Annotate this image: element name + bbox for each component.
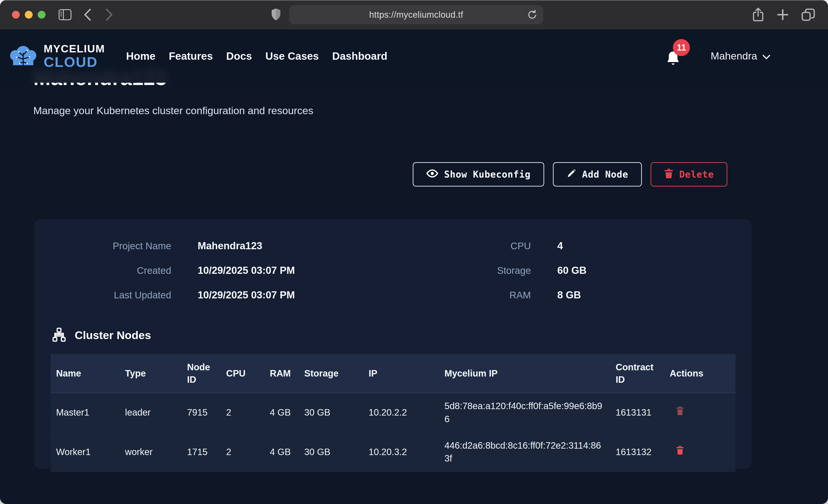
shield-icon[interactable] — [271, 8, 281, 22]
table-header-row: Name Type Node ID CPU RAM Storage IP Myc… — [50, 354, 735, 393]
info-value: Mahendra123 — [198, 240, 295, 252]
cluster-nodes-title: Cluster Nodes — [75, 329, 151, 342]
delete-label: Delete — [679, 169, 714, 180]
address-bar[interactable]: https://myceliumcloud.tf — [289, 5, 543, 24]
cell-mycelium-ip: 446:d2a6:8bcd:8c16:ff0f:72e2:3114:863f — [439, 432, 610, 472]
show-kubeconfig-button[interactable]: Show Kubeconfig — [413, 162, 544, 186]
add-node-label: Add Node — [582, 169, 628, 180]
cell-node-id: 1715 — [181, 432, 221, 472]
delete-node-button[interactable] — [676, 406, 684, 416]
delete-node-button[interactable] — [676, 446, 684, 456]
cell-type: leader — [120, 393, 181, 432]
cell-mycelium-ip: 5d8:78ea:a120:f40c:ff0f:a5fe:99e6:8b96 — [439, 393, 610, 432]
info-label: Project Name — [48, 241, 171, 252]
info-label: CPU — [439, 241, 531, 252]
info-label: Storage — [439, 265, 531, 276]
back-button-icon[interactable] — [84, 8, 91, 21]
info-value: 10/29/2025 03:07 PM — [198, 289, 295, 301]
nav-item-dashboard[interactable]: Dashboard — [332, 50, 387, 62]
share-icon[interactable] — [752, 7, 764, 22]
info-value: 4 — [557, 240, 586, 252]
nav-item-home[interactable]: Home — [126, 50, 156, 62]
sidebar-toggle-icon[interactable] — [58, 9, 72, 20]
cell-name: Worker1 — [50, 432, 120, 472]
browser-window: https://myceliumcloud.tf — [0, 0, 828, 504]
col-actions: Actions — [664, 354, 735, 393]
col-node-id: Node ID — [181, 354, 221, 393]
close-window-button[interactable] — [12, 11, 20, 18]
new-tab-icon[interactable] — [777, 8, 789, 21]
site-navbar: MYCELIUM CLOUD Home Features Docs Use Ca… — [0, 30, 828, 83]
browser-chrome: https://myceliumcloud.tf — [0, 0, 828, 30]
cluster-nodes-heading: Cluster Nodes — [52, 327, 751, 343]
info-value: 60 GB — [557, 265, 586, 276]
cell-ram: 4 GB — [264, 393, 299, 432]
info-value: 8 GB — [557, 289, 586, 301]
url-text: https://myceliumcloud.tf — [289, 10, 543, 20]
brand-text: MYCELIUM CLOUD — [44, 43, 105, 69]
sitemap-icon — [52, 327, 67, 343]
cell-contract-id: 1613131 — [610, 393, 664, 432]
cell-ip: 10.20.3.2 — [363, 432, 439, 472]
screenshot-stage: https://myceliumcloud.tf — [0, 0, 828, 504]
minimize-window-button[interactable] — [25, 11, 33, 18]
cell-contract-id: 1613132 — [610, 432, 664, 472]
info-label: Created — [48, 265, 171, 276]
user-name: Mahendra — [711, 50, 757, 62]
zoom-window-button[interactable] — [38, 11, 45, 18]
notifications-button[interactable]: 11 — [666, 45, 684, 67]
cell-storage: 30 GB — [299, 393, 363, 432]
pencil-icon — [567, 169, 576, 180]
eye-icon — [426, 169, 438, 180]
col-cpu: CPU — [221, 354, 264, 393]
traffic-lights — [12, 11, 45, 18]
user-menu[interactable]: Mahendra — [711, 50, 771, 62]
page-subtitle: Manage your Kubernetes cluster configura… — [33, 105, 313, 117]
col-contract-id: Contract ID — [610, 354, 664, 393]
nav-item-use-cases[interactable]: Use Cases — [265, 50, 319, 62]
show-kubeconfig-label: Show Kubeconfig — [444, 169, 531, 180]
cloud-logo-icon — [9, 44, 38, 68]
col-ram: RAM — [264, 354, 299, 393]
project-info-right: CPU 4 Storage 60 GB RAM 8 GB — [439, 240, 586, 301]
cluster-toolbar: Show Kubeconfig Add Node Delete — [413, 162, 727, 186]
brand-bottom: CLOUD — [44, 55, 105, 69]
trash-icon — [676, 446, 684, 456]
brand[interactable]: MYCELIUM CLOUD — [9, 43, 105, 69]
chevron-down-icon — [762, 50, 771, 62]
col-name: Name — [50, 354, 120, 393]
reload-icon[interactable] — [527, 9, 537, 20]
cell-actions — [664, 393, 735, 432]
nav-item-docs[interactable]: Docs — [226, 50, 252, 62]
info-value: 10/29/2025 03:07 PM — [198, 265, 295, 276]
info-label: Last Updated — [48, 290, 171, 301]
project-info: Project Name Mahendra123 Created 10/29/2… — [35, 219, 751, 301]
nav-item-features[interactable]: Features — [169, 50, 213, 62]
trash-icon — [664, 168, 673, 181]
cell-cpu: 2 — [221, 393, 264, 432]
delete-cluster-button[interactable]: Delete — [651, 162, 728, 186]
cell-name: Master1 — [50, 393, 120, 432]
tabs-icon[interactable] — [801, 8, 815, 21]
nav-right: 11 Mahendra — [666, 45, 771, 67]
notification-badge: 11 — [673, 39, 690, 56]
cell-node-id: 7915 — [181, 393, 221, 432]
nav-links: Home Features Docs Use Cases Dashboard — [126, 50, 387, 62]
forward-button-icon[interactable] — [105, 8, 113, 21]
info-label: RAM — [439, 290, 531, 301]
address-bar-group: https://myceliumcloud.tf — [271, 0, 543, 30]
project-info-left: Project Name Mahendra123 Created 10/29/2… — [48, 240, 427, 301]
brand-top: MYCELIUM — [44, 43, 105, 54]
col-storage: Storage — [299, 354, 363, 393]
cell-storage: 30 GB — [299, 432, 363, 472]
add-node-button[interactable]: Add Node — [553, 162, 642, 186]
chrome-right-icons — [752, 0, 815, 30]
cell-ram: 4 GB — [264, 432, 299, 472]
cluster-nodes-table: Name Type Node ID CPU RAM Storage IP Myc… — [50, 354, 735, 472]
trash-icon — [676, 406, 684, 416]
table-row: Worker1 worker 1715 2 4 GB 30 GB 10.20.3… — [50, 432, 735, 472]
col-ip: IP — [363, 354, 439, 393]
table-row: Master1 leader 7915 2 4 GB 30 GB 10.20.2… — [50, 393, 735, 432]
cell-actions — [664, 432, 735, 472]
cell-cpu: 2 — [221, 432, 264, 472]
